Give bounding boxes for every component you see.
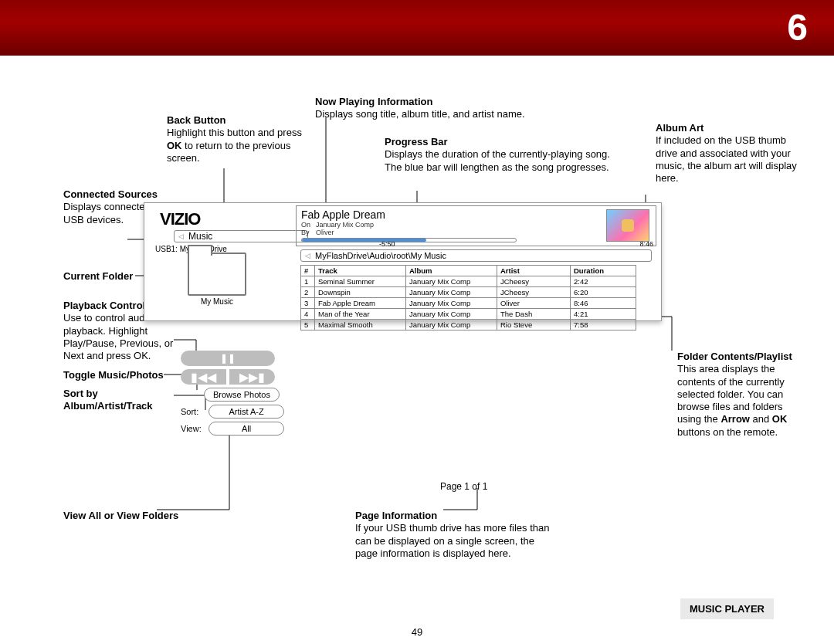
table-row[interactable]: 2DownspinJanuary Mix CompJCheesy6:20 bbox=[301, 287, 636, 298]
view-label: View: bbox=[181, 424, 204, 433]
table-row[interactable]: 5Maximal SmoothJanuary Mix CompRio Steve… bbox=[301, 320, 636, 330]
section-label: MUSIC PLAYER bbox=[680, 598, 774, 619]
tv-panel: VIZIO Music USB1: MyFlashDrive My Music … bbox=[144, 202, 662, 321]
prev-button[interactable]: ▮◀◀ bbox=[181, 369, 226, 385]
callout-view: View All or View Folders bbox=[63, 510, 179, 522]
vizio-logo: VIZIO bbox=[160, 209, 200, 229]
callout-folder-contents: Folder Contents/Playlist This area displ… bbox=[677, 351, 801, 439]
np-by-label: By bbox=[301, 229, 312, 236]
total-time: 8:46 bbox=[639, 240, 653, 248]
callout-progress: Progress Bar Displays the duration of th… bbox=[385, 136, 616, 174]
table-row[interactable]: 4Man of the YearJanuary Mix CompThe Dash… bbox=[301, 309, 636, 320]
back-button[interactable]: Music bbox=[174, 230, 308, 242]
callout-toggle: Toggle Music/Photos bbox=[63, 369, 179, 381]
sort-select[interactable]: Artist A-Z bbox=[208, 405, 284, 419]
track-table[interactable]: #TrackAlbumArtistDuration 1Seminal Summe… bbox=[300, 265, 636, 330]
table-row[interactable]: 1Seminal SummerJanuary Mix CompJCheesy2:… bbox=[301, 276, 636, 287]
col-header: # bbox=[301, 266, 315, 276]
album-art bbox=[606, 209, 649, 242]
callout-sort: Sort by Album/Artist/Track bbox=[63, 388, 187, 413]
prev-icon: ▮◀◀ bbox=[191, 370, 216, 385]
pause-icon: ❚❚ bbox=[220, 353, 236, 364]
callout-page-info: Page Information If your USB thumb drive… bbox=[355, 510, 556, 560]
callout-now-playing: Now Playing Information Displays song ti… bbox=[315, 96, 609, 121]
col-header: Album bbox=[406, 266, 497, 276]
browse-photos-button[interactable]: Browse Photos bbox=[204, 388, 280, 402]
now-playing-panel: Fab Apple Dream On January Mix Comp By O… bbox=[296, 205, 656, 246]
table-row[interactable]: 3Fab Apple DreamJanuary Mix CompOliver8:… bbox=[301, 298, 636, 309]
page-indicator: Page 1 of 1 bbox=[440, 481, 487, 492]
np-title: Fab Apple Dream bbox=[301, 208, 385, 221]
elapsed-time: -5:50 bbox=[379, 240, 395, 248]
chapter-number: 6 bbox=[787, 6, 808, 49]
col-header: Duration bbox=[571, 266, 636, 276]
next-button[interactable]: ▶▶▮ bbox=[229, 369, 275, 385]
col-header: Track bbox=[315, 266, 406, 276]
next-icon: ▶▶▮ bbox=[239, 370, 265, 385]
play-pause-button[interactable]: ❚❚ bbox=[181, 351, 275, 366]
sort-label: Sort: bbox=[181, 407, 204, 416]
current-folder-icon[interactable] bbox=[188, 253, 246, 296]
np-on-label: On bbox=[301, 221, 312, 229]
col-header: Artist bbox=[497, 266, 571, 276]
view-select[interactable]: All bbox=[208, 422, 284, 436]
header-banner bbox=[0, 0, 834, 56]
control-cluster: ❚❚ ▮◀◀ ▶▶▮ Browse Photos Sort:Artist A-Z… bbox=[181, 347, 297, 439]
np-album: January Mix Comp bbox=[316, 221, 374, 229]
page-number: 49 bbox=[0, 626, 834, 638]
progress-bar[interactable] bbox=[301, 238, 517, 242]
callout-album-art: Album Art If included on the USB thumb d… bbox=[656, 122, 810, 185]
callout-back-button: Back Button Highlight this button and pr… bbox=[167, 114, 306, 164]
np-artist: Oliver bbox=[316, 229, 334, 236]
path-bar[interactable]: MyFlashDrive\Audio\root\My Music bbox=[300, 249, 652, 262]
current-folder-label: My Music bbox=[188, 297, 246, 306]
